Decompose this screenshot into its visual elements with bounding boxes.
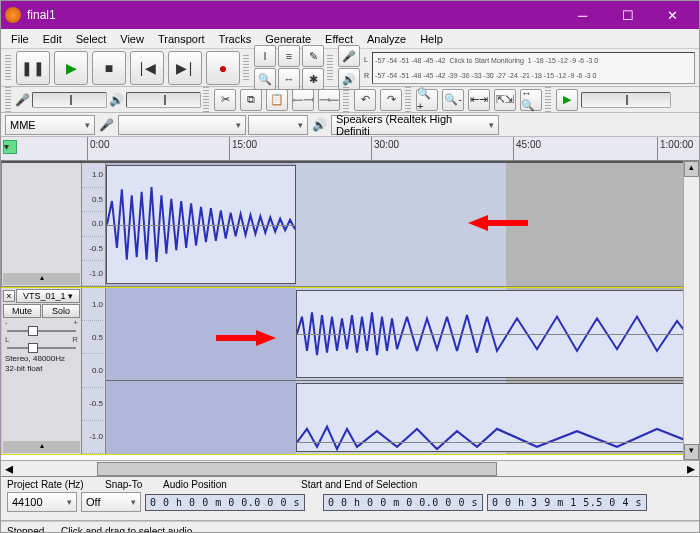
audio-position-field[interactable]: 0 0 h 0 0 m 0 0.0 0 0 s [145,494,305,511]
play-device-combo[interactable]: Speakers (Realtek High Definiti [331,115,499,135]
track-close-button[interactable]: × [3,290,15,302]
grip[interactable] [5,87,11,113]
cut-button[interactable]: ✂ [214,89,236,111]
grip[interactable] [5,55,11,81]
collapse-button[interactable]: ▴ [3,441,80,453]
project-rate-combo[interactable]: 44100 [7,492,77,512]
play-volume-slider[interactable] [126,92,201,108]
play-meter-icon[interactable]: 🔊 [338,68,360,90]
skip-start-button[interactable]: ∣◀ [130,51,164,85]
horizontal-scrollbar[interactable]: ◂ ▸ [1,460,699,476]
svg-marker-0 [468,215,528,231]
pause-button[interactable]: ❚❚ [16,51,50,85]
menu-help[interactable]: Help [414,31,449,47]
stop-button[interactable]: ■ [92,51,126,85]
grip[interactable] [203,87,209,113]
menu-file[interactable]: File [5,31,35,47]
grip[interactable] [327,55,333,81]
tick-label: 30:00 [374,139,399,150]
mic-icon: 🎤 [99,118,114,132]
play-meter-ticks: -57 -54 -51 -48 -45 -42 -39 -36 -33 -30 … [375,72,596,79]
grip[interactable] [545,87,551,113]
menu-select[interactable]: Select [70,31,113,47]
menu-tracks[interactable]: Tracks [213,31,258,47]
multi-tool-icon[interactable]: ✱ [302,68,324,90]
redo-button[interactable]: ↷ [380,89,402,111]
track-name: VTS_01_1 [23,291,66,301]
tick-label: 1:00:00 [660,139,693,150]
rec-device-combo[interactable] [118,115,246,135]
grip[interactable] [343,87,349,113]
menu-edit[interactable]: Edit [37,31,68,47]
scale-label: -0.5 [82,388,103,421]
rec-meter-icon[interactable]: 🎤 [338,45,360,67]
paste-button[interactable]: 📋 [266,89,288,111]
scale-label: -1.0 [82,261,103,286]
menu-transport[interactable]: Transport [152,31,211,47]
play-button[interactable]: ▶ [54,51,88,85]
grip[interactable] [405,87,411,113]
menu-view[interactable]: View [114,31,150,47]
svg-marker-1 [216,330,276,346]
undo-button[interactable]: ↶ [354,89,376,111]
timeshift-tool-icon[interactable]: ↔ [278,68,300,90]
play-device-value: Speakers (Realtek High Definiti [336,113,485,137]
vertical-scrollbar[interactable]: ▴▾ [683,161,699,460]
gain-slider[interactable] [7,330,76,332]
scale-label: 1.0 [82,288,103,321]
track-menu-button[interactable]: VTS_01_1 ▾ [16,289,80,303]
project-rate-value: 44100 [12,496,43,508]
skip-end-button[interactable]: ▶∣ [168,51,202,85]
speaker-icon: 🔊 [312,118,327,132]
rec-volume-slider[interactable] [32,92,107,108]
track-format: Stereo, 48000Hz [5,354,78,364]
rec-channels-combo[interactable] [248,115,308,135]
grip[interactable] [243,55,249,81]
envelope-tool-icon[interactable]: ≡ [278,45,300,67]
pan-r: R [72,335,78,344]
maximize-button[interactable]: ☐ [605,1,650,29]
mute-button[interactable]: Mute [3,304,41,318]
trim-button[interactable]: ⟝⟞ [292,89,314,111]
timeline-ruler[interactable]: ▾ 0:00 15:00 30:00 45:00 1:00:00 [1,137,699,161]
zoom-in-button[interactable]: 🔍+ [416,89,438,111]
draw-tool-icon[interactable]: ✎ [302,45,324,67]
play-speed-slider[interactable] [581,92,671,108]
meter-panel[interactable]: -57 -54 -51 -48 -45 -42Click to Start Mo… [372,52,695,84]
zoom-toggle-button[interactable]: ↔🔍 [520,89,542,111]
fit-project-button[interactable]: ⇱⇲ [494,89,516,111]
audio-host-value: MME [10,119,36,131]
selection-start-field[interactable]: 0 0 h 0 0 m 0 0.0 0 0 s [323,494,483,511]
selection-tool-icon[interactable]: I [254,45,276,67]
project-rate-label: Project Rate (Hz) [7,479,97,490]
waveform-area-left[interactable] [106,288,698,380]
play-at-speed-button[interactable]: ▶ [556,89,578,111]
pan-slider[interactable] [7,347,76,349]
scale-label: 0.0 [82,354,103,387]
snap-to-label: Snap-To [105,479,155,490]
snap-to-value: Off [86,496,100,508]
copy-button[interactable]: ⧉ [240,89,262,111]
audio-host-combo[interactable]: MME [5,115,95,135]
collapse-button[interactable]: ▴ [3,273,80,285]
rec-meter-ticks2: 1 -18 -15 -12 -9 -6 -3 0 [528,57,598,64]
menu-analyze[interactable]: Analyze [361,31,412,47]
solo-button[interactable]: Solo [42,304,80,318]
snap-to-combo[interactable]: Off [81,492,141,512]
rec-meter-ticks: -57 -54 -51 -48 -45 -42 [375,57,445,64]
playhead-icon[interactable]: ▾ [3,140,17,154]
window-title: final1 [27,8,56,22]
fit-selection-button[interactable]: ⇤⇥ [468,89,490,111]
silence-button[interactable]: ⟞⟝ [318,89,340,111]
zoom-tool-icon[interactable]: 🔍 [254,68,276,90]
minimize-button[interactable]: ─ [560,1,605,29]
status-hint: Click and drag to select audio [61,526,192,533]
selection-label: Start and End of Selection [301,479,417,490]
close-button[interactable]: ✕ [650,1,695,29]
mic-icon: 🎤 [15,93,30,107]
zoom-out-button[interactable]: 🔍- [442,89,464,111]
waveform-area-right[interactable] [106,380,698,454]
selection-end-field[interactable]: 0 0 h 3 9 m 1 5.5 0 4 s [487,494,647,511]
waveform-area[interactable] [106,163,698,286]
record-button[interactable]: ● [206,51,240,85]
